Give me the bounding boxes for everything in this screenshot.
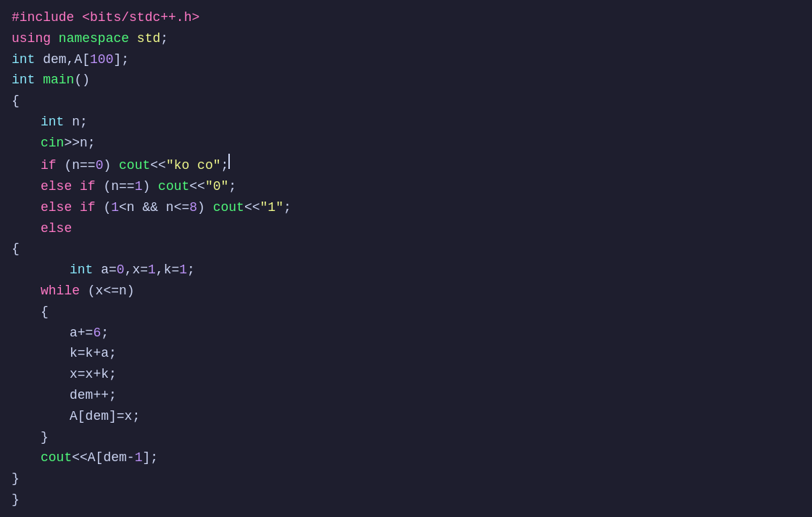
code-line-20: A[dem]=x; xyxy=(12,406,800,427)
cout-3: cout xyxy=(213,197,244,218)
code-line-3: int dem,A[ 100 ]; xyxy=(12,49,800,70)
cout-final: cout xyxy=(41,447,72,468)
code-line-1: #include <bits/stdc++.h> xyxy=(12,7,800,28)
code-line-5: { xyxy=(12,91,800,112)
type-int-axk: int xyxy=(70,260,93,281)
keyword-if: if xyxy=(41,155,57,176)
keyword-if-3: if xyxy=(80,197,96,218)
number-x1: 1 xyxy=(148,260,156,281)
keyword-if-2: if xyxy=(80,176,96,197)
keyword-namespace: namespace xyxy=(59,28,129,49)
text-cursor xyxy=(228,154,230,170)
keyword-else-3: else xyxy=(41,218,72,239)
type-int-n: int xyxy=(41,112,64,133)
number-a0: 0 xyxy=(117,260,125,281)
code-line-24: } xyxy=(12,489,800,510)
string-1: "1" xyxy=(260,197,283,218)
number-8: 8 xyxy=(189,197,197,218)
number-1: 1 xyxy=(135,176,143,197)
function-main: main xyxy=(43,70,74,91)
number-k1: 1 xyxy=(179,260,187,281)
code-line-17: k=k+a; xyxy=(12,343,800,364)
number-100: 100 xyxy=(90,49,113,70)
code-line-23: } xyxy=(12,468,800,489)
string-0: "0" xyxy=(205,176,228,197)
type-int: int xyxy=(12,49,35,70)
code-line-16: a+= 6 ; xyxy=(12,323,800,344)
number-0-if: 0 xyxy=(96,155,104,176)
std-identifier: std xyxy=(137,28,160,49)
string-ko-co: "ko co" xyxy=(166,155,221,176)
code-line-7: cin >>n; xyxy=(12,133,800,154)
close-brace-while: } xyxy=(41,427,49,448)
type-int-main: int xyxy=(12,70,35,91)
code-line-22: cout <<A[dem- 1 ]; xyxy=(12,447,800,468)
open-brace-main: { xyxy=(12,91,20,112)
cin-statement: cin xyxy=(41,133,64,154)
code-line-9: else if (n== 1 ) cout << "0" ; xyxy=(12,176,800,197)
code-line-21: } xyxy=(12,427,800,448)
code-line-15: { xyxy=(12,302,800,323)
number-1-cmp: 1 xyxy=(111,197,119,218)
keyword-using: using xyxy=(12,28,51,49)
preprocessor-directive: #include <bits/stdc++.h> xyxy=(12,7,199,28)
code-line-18: x=x+k; xyxy=(12,364,800,385)
open-brace-else: { xyxy=(12,239,20,260)
keyword-else-1: else xyxy=(41,176,72,197)
keyword-while: while xyxy=(41,281,80,302)
keyword-else-2: else xyxy=(41,197,72,218)
code-line-2: using namespace std ; xyxy=(12,28,800,49)
code-line-14: while (x<=n) xyxy=(12,281,800,302)
code-line-19: dem++; xyxy=(12,385,800,406)
code-line-13: int a= 0 ,x= 1 ,k= 1 ; xyxy=(12,260,800,281)
open-brace-while: { xyxy=(41,302,49,323)
number-1-idx: 1 xyxy=(135,447,143,468)
cout-2: cout xyxy=(158,176,189,197)
code-line-6: int n; xyxy=(12,112,800,133)
code-line-12: { xyxy=(12,239,800,260)
close-brace-main: } xyxy=(12,489,20,510)
cout-1: cout xyxy=(119,155,150,176)
number-6: 6 xyxy=(93,323,101,344)
code-line-4: int main () xyxy=(12,70,800,91)
close-brace-else-2: } xyxy=(12,468,20,489)
code-line-11: else xyxy=(12,218,800,239)
code-line-10: else if ( 1 <n && n<= 8 ) cout << "1" ; xyxy=(12,197,800,218)
code-editor[interactable]: #include <bits/stdc++.h> using namespace… xyxy=(0,0,812,517)
code-line-8: if (n== 0 ) cout << "ko co" ; xyxy=(12,154,800,176)
